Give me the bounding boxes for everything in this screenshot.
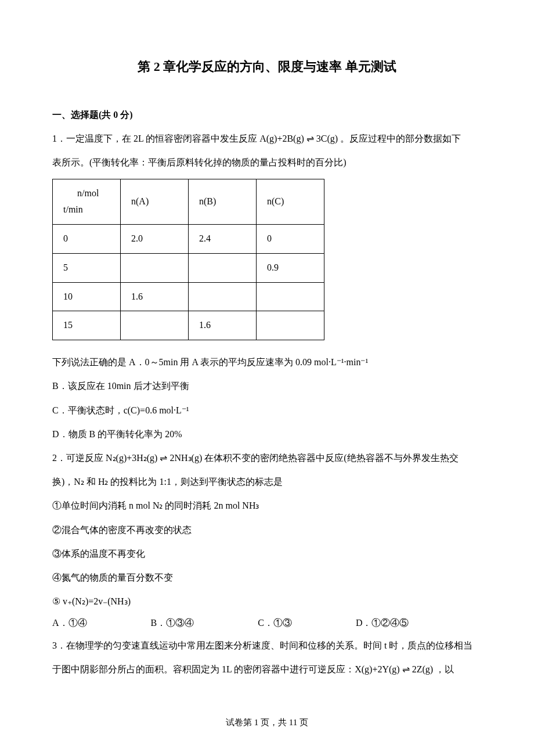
section-heading: 一、选择题(共 0 分) <box>52 107 482 124</box>
q2-cond1: ①单位时间内消耗 n mol N₂ 的同时消耗 2n mol NH₃ <box>52 495 482 516</box>
q1-intro-a: 1．一定温度下，在 2L 的恒容密闭容器中发生反应 A(g)+2B(g) ⇌ 3… <box>52 128 482 149</box>
q1-table: n/mol t/min n(A) n(B) n(C) 0 2.0 2.4 0 5… <box>52 179 324 341</box>
q1-option-c: C．平衡状态时，c(C)=0.6 mol·L⁻¹ <box>52 400 482 420</box>
table-cell <box>257 311 324 340</box>
table-cell <box>257 282 324 311</box>
table-cell: 0 <box>53 225 121 254</box>
table-cell: 2.0 <box>121 225 189 254</box>
q2-options: A．①④ B．①③④ C．①③ D．①②④⑤ <box>52 615 482 632</box>
q2-cond3: ③体系的温度不再变化 <box>52 543 482 564</box>
q2-option-b: B．①③④ <box>151 615 194 632</box>
table-cell <box>189 282 257 311</box>
table-cell <box>121 311 189 340</box>
table-header-cell: n(B) <box>189 179 257 225</box>
page-title: 第 2 章化学反应的方向、限度与速率 单元测试 <box>52 55 482 78</box>
table-cell: 15 <box>53 311 121 340</box>
table-row: 5 0.9 <box>53 253 324 282</box>
table-cell: 1.6 <box>189 311 257 340</box>
q2-cond2: ②混合气体的密度不再改变的状态 <box>52 520 482 540</box>
table-cell <box>189 253 257 282</box>
q3-line1: 3．在物理学的匀变速直线运动中常用左图来分析速度、时间和位移的关系。时间 t 时… <box>52 635 482 656</box>
q2-cond4: ④氮气的物质的量百分数不变 <box>52 567 482 588</box>
table-cell: 5 <box>53 253 121 282</box>
table-header-cell: n(C) <box>257 179 324 225</box>
table-cell: 10 <box>53 282 121 311</box>
table-header-cell: n(A) <box>121 179 189 225</box>
q1-stem: 下列说法正确的是 A．0～5min 用 A 表示的平均反应速率为 0.09 mo… <box>52 352 482 372</box>
q1-option-b: B．该反应在 10min 后才达到平衡 <box>52 376 482 396</box>
table-row: 0 2.0 2.4 0 <box>53 225 324 254</box>
q3-line2: 于图中阴影部分所占的面积。容积固定为 1L 的密闭容器中进行可逆反应：X(g)+… <box>52 659 482 679</box>
table-cell: 0.9 <box>257 253 324 282</box>
q1-option-d: D．物质 B 的平衡转化率为 20% <box>52 424 482 444</box>
q2-cond5: ⑤ v₊(N₂)=2v₋(NH₃) <box>52 591 482 611</box>
q1-intro-b: 表所示。(平衡转化率：平衡后原料转化掉的物质的量占投料时的百分比) <box>52 152 482 172</box>
q2-option-c: C．①③ <box>258 615 292 632</box>
table-cell: 1.6 <box>121 282 189 311</box>
table-row: 15 1.6 <box>53 311 324 340</box>
q2-line1: 2．可逆反应 N₂(g)+3H₂(g) ⇌ 2NH₃(g) 在体积不变的密闭绝热… <box>52 448 482 468</box>
q2-line2: 换)，N₂ 和 H₂ 的投料比为 1:1，则达到平衡状态的标志是 <box>52 471 482 492</box>
table-row: 10 1.6 <box>53 282 324 311</box>
table-cell <box>121 253 189 282</box>
table-cell: 0 <box>257 225 324 254</box>
page-footer: 试卷第 1 页，共 11 页 <box>52 715 482 730</box>
q2-option-d: D．①②④⑤ <box>356 615 409 632</box>
table-header-cell: n/mol t/min <box>53 179 121 225</box>
q2-option-a: A．①④ <box>52 615 87 632</box>
table-cell: 2.4 <box>189 225 257 254</box>
table-row: n/mol t/min n(A) n(B) n(C) <box>53 179 324 225</box>
